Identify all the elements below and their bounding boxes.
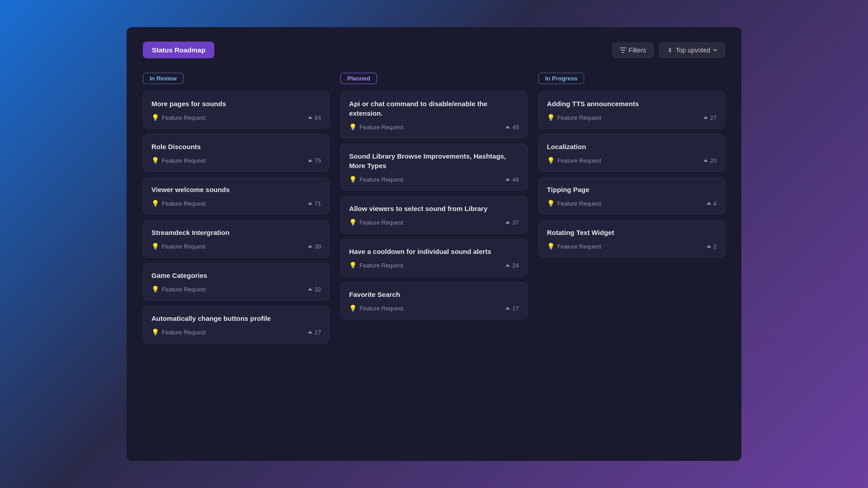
upvote-chevron: [505, 307, 510, 310]
vote-number: 37: [512, 219, 519, 226]
card[interactable]: Streamdeck Intergration💡Feature Request3…: [143, 220, 330, 258]
upvote-chevron: [703, 159, 708, 162]
vote-number: 49: [512, 124, 519, 131]
card[interactable]: Sound Library Browse Improvements, Hasht…: [340, 144, 527, 191]
vote-number: 17: [512, 305, 519, 312]
feature-badge: 💡Feature Request: [151, 286, 206, 293]
vote-count[interactable]: 84: [308, 114, 321, 121]
vote-count[interactable]: 32: [308, 286, 321, 293]
badge-label: Feature Request: [359, 305, 403, 312]
card-footer: 💡Feature Request71: [151, 200, 321, 207]
card[interactable]: Viewer welcome sounds💡Feature Request71: [143, 177, 330, 215]
vote-count[interactable]: 27: [703, 114, 717, 121]
card[interactable]: Tipping Page💡Feature Request4: [538, 177, 725, 215]
card-footer: 💡Feature Request48: [349, 176, 519, 183]
bulb-icon: 💡: [151, 200, 159, 207]
badge-label: Feature Request: [359, 176, 403, 183]
feature-badge: 💡Feature Request: [151, 200, 206, 207]
card-footer: 💡Feature Request17: [349, 305, 519, 312]
vote-number: 24: [512, 262, 519, 269]
vote-number: 48: [512, 176, 519, 183]
upvote-chevron: [308, 245, 312, 248]
badge-label: Feature Request: [162, 243, 206, 250]
vote-number: 39: [315, 243, 321, 250]
badge-label: Feature Request: [557, 157, 601, 164]
card[interactable]: Api or chat command to disable/enable th…: [340, 91, 527, 138]
vote-number: 71: [315, 200, 321, 207]
badge-label: Feature Request: [162, 157, 206, 164]
badge-label: Feature Request: [162, 329, 206, 336]
cards-planned: Api or chat command to disable/enable th…: [340, 91, 527, 319]
column-in-review: In ReviewMore pages for sounds💡Feature R…: [143, 73, 330, 349]
cards-in-review: More pages for sounds💡Feature Request84R…: [143, 91, 330, 343]
feature-badge: 💡Feature Request: [349, 262, 403, 269]
vote-count[interactable]: 48: [505, 176, 519, 183]
upvote-chevron: [707, 202, 711, 205]
vote-count[interactable]: 17: [505, 305, 519, 312]
feature-badge: 💡Feature Request: [547, 200, 601, 207]
chevron-down-icon: [713, 48, 717, 52]
vote-count[interactable]: 39: [308, 243, 321, 250]
bulb-icon: 💡: [349, 219, 357, 226]
cards-in-progress: Adding TTS announcements💡Feature Request…: [538, 91, 725, 258]
upvote-chevron: [308, 331, 312, 333]
upvote-chevron: [505, 178, 510, 181]
card-title: Localization: [547, 142, 717, 151]
vote-count[interactable]: 49: [505, 124, 519, 131]
vote-count[interactable]: 4: [707, 200, 717, 207]
card[interactable]: Allow viewers to select sound from Libra…: [340, 196, 527, 234]
app-container: Status Roadmap Filters Top upvoted In R: [127, 27, 741, 461]
card-title: Adding TTS announcements: [547, 99, 717, 108]
card-footer: 💡Feature Request27: [547, 114, 717, 121]
card[interactable]: Game Categories💡Feature Request32: [143, 263, 330, 300]
card-title: Favorite Search: [349, 290, 519, 299]
card-title: Sound Library Browse Improvements, Hasht…: [349, 151, 519, 170]
badge-label: Feature Request: [359, 262, 403, 269]
card[interactable]: Favorite Search💡Feature Request17: [340, 282, 527, 319]
upvote-chevron: [505, 126, 510, 128]
feature-badge: 💡Feature Request: [151, 157, 206, 164]
vote-count[interactable]: 24: [505, 262, 519, 269]
card-title: Streamdeck Intergration: [151, 228, 321, 237]
card[interactable]: Adding TTS announcements💡Feature Request…: [538, 91, 725, 129]
vote-count[interactable]: 37: [505, 219, 519, 226]
card[interactable]: Automatically change buttons profile💡Fea…: [143, 306, 330, 343]
bulb-icon: 💡: [151, 286, 159, 293]
sort-icon: [667, 47, 673, 53]
vote-number: 27: [315, 329, 321, 336]
bulb-icon: 💡: [151, 328, 159, 336]
filters-button[interactable]: Filters: [612, 42, 654, 58]
vote-count[interactable]: 71: [308, 200, 321, 207]
upvote-chevron: [308, 116, 312, 119]
columns: In ReviewMore pages for sounds💡Feature R…: [143, 73, 725, 349]
badge-label: Feature Request: [359, 124, 403, 131]
filter-icon: [620, 47, 626, 53]
sort-button[interactable]: Top upvoted: [659, 42, 725, 58]
bulb-icon: 💡: [349, 262, 357, 269]
badge-label: Feature Request: [557, 243, 601, 250]
vote-count[interactable]: 2: [707, 243, 717, 250]
badge-label: Feature Request: [162, 114, 206, 121]
feature-badge: 💡Feature Request: [151, 114, 206, 121]
badge-label: Feature Request: [162, 200, 206, 207]
bulb-icon: 💡: [349, 305, 357, 312]
card-footer: 💡Feature Request84: [151, 114, 321, 121]
card[interactable]: Rotating Text Widget💡Feature Request2: [538, 220, 725, 258]
status-roadmap-button[interactable]: Status Roadmap: [143, 42, 214, 58]
vote-count[interactable]: 27: [308, 329, 321, 336]
card-title: Allow viewers to select sound from Libra…: [349, 204, 519, 213]
card[interactable]: Localization💡Feature Request20: [538, 134, 725, 172]
feature-badge: 💡Feature Request: [547, 157, 601, 164]
feature-badge: 💡Feature Request: [349, 123, 403, 131]
vote-count[interactable]: 20: [703, 157, 717, 164]
feature-badge: 💡Feature Request: [151, 328, 206, 336]
card-title: More pages for sounds: [151, 99, 321, 108]
vote-number: 27: [710, 114, 717, 121]
bulb-icon: 💡: [151, 114, 159, 121]
card[interactable]: More pages for sounds💡Feature Request84: [143, 91, 330, 129]
card[interactable]: Have a cooldown for individual sound ale…: [340, 239, 527, 277]
vote-count[interactable]: 75: [308, 157, 321, 164]
feature-badge: 💡Feature Request: [349, 305, 403, 312]
card[interactable]: Role Discounts💡Feature Request75: [143, 134, 330, 172]
bulb-icon: 💡: [547, 243, 555, 250]
